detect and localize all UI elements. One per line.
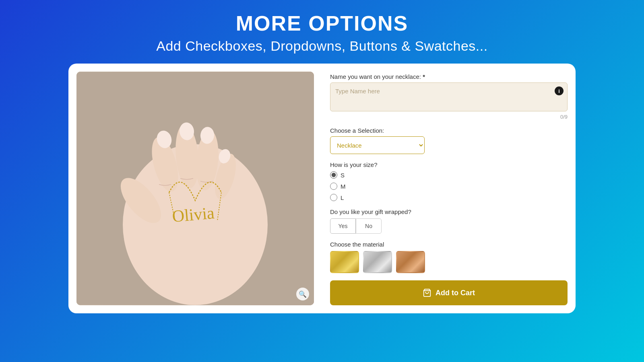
material-section: Choose the material: [330, 241, 568, 273]
product-details: Name you want on your necklace: * i 0/9 …: [330, 72, 568, 305]
add-to-cart-label: Add to Cart: [436, 289, 475, 297]
gift-btn-group: Yes No: [330, 218, 568, 234]
product-image-container: Olivia 🔍: [76, 72, 314, 305]
product-image-placeholder: Olivia: [76, 72, 314, 305]
size-section: How is your size? S M L: [330, 161, 568, 201]
size-option-m[interactable]: M: [330, 183, 568, 190]
size-option-s[interactable]: S: [330, 171, 568, 179]
size-option-l[interactable]: L: [330, 194, 568, 201]
selection-dropdown[interactable]: Necklace Bracelet Earrings: [330, 136, 425, 154]
size-radio-s[interactable]: [330, 171, 337, 179]
svg-text:Olivia: Olivia: [171, 204, 215, 226]
name-field-section: Name you want on your necklace: * i 0/9: [330, 73, 568, 120]
add-to-cart-button[interactable]: Add to Cart: [330, 280, 568, 305]
char-count: 0/9: [330, 114, 568, 120]
selection-section: Choose a Selection: Necklace Bracelet Ea…: [330, 127, 568, 154]
material-swatches: [330, 251, 568, 273]
page-title: MORE OPTIONS: [156, 12, 487, 35]
product-image-svg: Olivia: [76, 72, 314, 305]
material-label: Choose the material: [330, 241, 568, 248]
selection-label: Choose a Selection:: [330, 127, 568, 134]
swatch-gold[interactable]: [330, 251, 359, 273]
gift-section: Do you like your gift wrapped? Yes No: [330, 208, 568, 234]
page-header: MORE OPTIONS Add Checkboxes, Dropdowns, …: [156, 12, 487, 54]
gift-yes-button[interactable]: Yes: [330, 218, 356, 234]
zoom-icon[interactable]: 🔍: [296, 288, 309, 300]
required-indicator: *: [423, 73, 425, 80]
swatch-rose-gold[interactable]: [396, 251, 425, 273]
size-radio-m[interactable]: [330, 183, 337, 190]
swatch-silver[interactable]: [363, 251, 392, 273]
page-subtitle: Add Checkboxes, Dropdowns, Buttons & Swa…: [156, 38, 487, 54]
cart-icon: [423, 288, 431, 297]
product-card: Olivia 🔍 Name you want on your necklace:…: [68, 64, 576, 313]
name-field-label: Name you want on your necklace: *: [330, 73, 568, 80]
zoom-symbol: 🔍: [299, 290, 307, 298]
name-input[interactable]: [330, 82, 568, 111]
name-textarea-wrapper: i: [330, 82, 568, 113]
gift-no-button[interactable]: No: [356, 218, 382, 234]
svg-rect-2: [149, 185, 242, 273]
gift-label: Do you like your gift wrapped?: [330, 208, 568, 215]
size-radio-l[interactable]: [330, 194, 337, 201]
size-label: How is your size?: [330, 161, 568, 168]
size-radio-group: S M L: [330, 171, 568, 201]
